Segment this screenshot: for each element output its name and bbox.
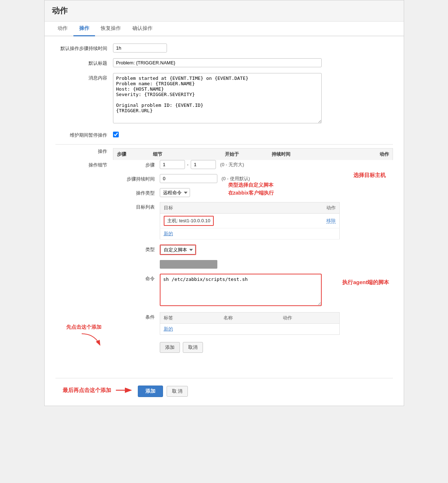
target-list-label: 目标列表	[113, 202, 160, 210]
target-remove-cell: 移除	[299, 214, 339, 228]
execute-on-control	[160, 260, 393, 269]
ops-col-steps: 步骤	[113, 149, 149, 160]
ops-col-duration: 持续时间	[268, 149, 315, 160]
pause-checkbox[interactable]	[113, 132, 119, 137]
ops-col-start: 开始于	[221, 149, 268, 160]
target-new-cell: 新的	[160, 228, 339, 240]
inner-add-wrap: 先点击这个添加 添加	[160, 342, 180, 353]
operation-type-row: 操作类型 远程命令 发送消息 类型选择自定义脚本 在zabbix客户端执行	[113, 188, 393, 197]
execute-on-label	[113, 260, 160, 262]
pause-control	[113, 130, 393, 137]
inner-cancel-button[interactable]: 取消	[183, 342, 203, 353]
steps-label: 步骤	[113, 160, 160, 168]
target-host-entry: 主机: test1-10.0.0.10	[164, 216, 214, 226]
command-row: 命令 sh /etc/zabbix/scripts/test.sh	[113, 274, 393, 307]
command-textarea[interactable]: sh /etc/zabbix/scripts/test.sh	[160, 274, 322, 306]
cond-col-tag: 标签	[160, 313, 220, 324]
target-remove-link[interactable]: 移除	[326, 218, 336, 224]
step-duration-input[interactable]	[160, 174, 217, 183]
inner-add-button[interactable]: 添加	[160, 342, 180, 353]
pause-label: 维护期间暂停操作	[55, 130, 113, 138]
message-label: 消息内容	[55, 73, 113, 81]
execute-on-row	[113, 260, 393, 269]
tabs-bar: 动作 操作 恢复操作 确认操作	[45, 22, 404, 36]
cond-new-link[interactable]: 新的	[164, 326, 173, 332]
default-subject-control	[113, 58, 393, 67]
step-from-input[interactable]	[160, 160, 185, 169]
message-row: 消息内容 Problem started at {EVENT.TIME} on …	[55, 73, 393, 124]
inner-buttons-row: 先点击这个添加 添加 取消	[113, 340, 393, 353]
target-host-cell: 主机: test1-10.0.0.10	[160, 214, 299, 228]
steps-control: - (0 - 无穷大)	[160, 160, 393, 169]
step-to-input[interactable]	[191, 160, 216, 169]
target-list-control: 目标 动作 主机: test1-10.0.0.10	[160, 202, 393, 240]
type-hint-line1: 类型选择自定义脚本	[228, 181, 274, 189]
operations-table-wrap: 步骤 细节 开始于 持续时间 动作	[113, 148, 393, 160]
main-cancel-button[interactable]: 取 消	[167, 386, 188, 397]
default-subject-row: 默认标题	[55, 58, 393, 67]
conditions-row: 条件 标签 名称 动作	[113, 312, 393, 335]
target-table: 目标 动作 主机: test1-10.0.0.10	[160, 202, 340, 240]
operation-type-select[interactable]: 远程命令 发送消息	[160, 188, 190, 197]
arrow-first-add-svg	[80, 332, 101, 346]
cond-new-cell: 新的	[160, 324, 339, 335]
tab-operations[interactable]: 操作	[73, 22, 95, 36]
message-control: Problem started at {EVENT.TIME} on {EVEN…	[113, 73, 393, 124]
tab-actions[interactable]: 动作	[52, 22, 73, 36]
step-dash: -	[187, 162, 189, 167]
target-col-target: 目标	[160, 202, 299, 214]
message-textarea[interactable]: Problem started at {EVENT.TIME} on {EVEN…	[113, 73, 322, 123]
annotation-cmd-hint: 执行agent端的脚本	[342, 279, 389, 286]
ops-detail-row: 操作细节 选择目标主机 步骤 - (0 - 无穷大)	[55, 160, 393, 358]
divider-1	[55, 144, 393, 145]
target-row: 主机: test1-10.0.0.10 移除	[160, 214, 339, 228]
ops-detail-outer: 选择目标主机 步骤 - (0 - 无穷大)	[113, 160, 393, 358]
annotation-last-add: 最后再点击这个添加	[63, 387, 111, 394]
pause-row: 维护期间暂停操作	[55, 130, 393, 138]
step-duration-label: 步骤持续时间	[113, 174, 160, 182]
tab-confirm[interactable]: 确认操作	[127, 22, 158, 36]
ops-table-header: 步骤 细节 开始于 持续时间 动作	[113, 148, 393, 160]
target-col-action: 动作	[299, 202, 339, 214]
target-table-header-row: 目标 动作	[160, 202, 339, 214]
command-label: 命令	[113, 274, 160, 282]
step-inputs: - (0 - 无穷大)	[160, 160, 393, 169]
default-subject-label: 默认标题	[55, 58, 113, 67]
target-new-link[interactable]: 新的	[164, 231, 173, 236]
ops-col-details: 细节	[149, 149, 221, 160]
steps-row: 步骤 - (0 - 无穷大)	[113, 160, 393, 169]
divider-bottom	[55, 378, 393, 378]
default-duration-control	[113, 44, 393, 53]
command-control: sh /etc/zabbix/scripts/test.sh	[160, 274, 393, 307]
page-header: 动作	[45, 0, 404, 22]
cond-col-action: 动作	[279, 313, 339, 324]
conditions-label: 条件	[113, 312, 160, 320]
type-hint-line2: 在zabbix客户端执行	[228, 189, 274, 197]
tab-recovery[interactable]: 恢复操作	[95, 22, 127, 36]
conditions-table: 标签 名称 动作 新的	[160, 312, 340, 335]
cond-col-name: 名称	[220, 313, 279, 324]
default-subject-input[interactable]	[113, 58, 322, 67]
type-select[interactable]: 自定义脚本 IPMI SSH Telnet	[160, 245, 195, 254]
annotation-select-target: 选择目标主机	[353, 171, 386, 179]
operations-section: 操作 步骤 细节 开始于 持续时间 动作	[55, 148, 393, 160]
page-title: 动作	[52, 5, 397, 16]
cond-new-row: 新的	[160, 324, 339, 335]
target-new-row: 新的	[160, 228, 339, 240]
ops-col-action: 动作	[315, 149, 393, 160]
form-body: 默认操作步骤持续时间 默认标题 消息内容 Problem started at …	[45, 36, 404, 371]
operation-type-label: 操作类型	[113, 188, 160, 196]
ops-detail-label: 操作细节	[55, 160, 113, 168]
bottom-buttons: 添加 取 消	[138, 386, 188, 397]
type-annotation: 类型选择自定义脚本 在zabbix客户端执行	[228, 181, 274, 197]
main-add-button[interactable]: 添加	[138, 386, 163, 397]
default-duration-label: 默认操作步骤持续时间	[55, 44, 113, 52]
annotation-first-add: 先点击这个添加	[66, 324, 101, 346]
bottom-section: 最后再点击这个添加 添加 取 消	[55, 383, 393, 397]
operations-label: 操作	[55, 148, 113, 155]
last-add-annotation: 最后再点击这个添加	[63, 386, 132, 395]
bottom-area: 最后再点击这个添加 添加 取 消	[45, 371, 404, 406]
default-duration-input[interactable]	[113, 44, 167, 53]
cond-header-row: 标签 名称 动作	[160, 313, 339, 324]
step-hint: (0 - 无穷大)	[220, 161, 244, 168]
